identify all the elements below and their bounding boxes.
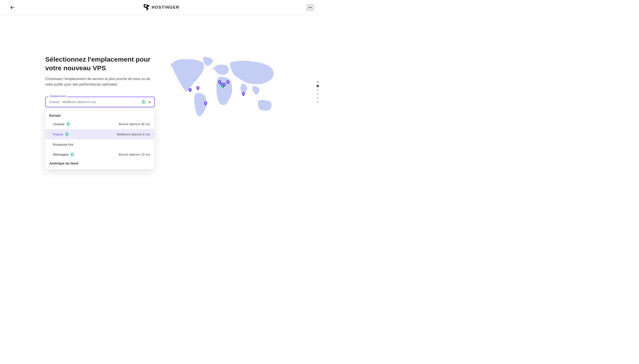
option-latency: Meilleure latence 6 ms	[117, 132, 150, 136]
svg-point-3	[219, 81, 220, 82]
step-dot	[316, 89, 319, 91]
option-name: France	[53, 132, 63, 136]
svg-point-2	[197, 87, 198, 88]
eco-icon	[66, 122, 70, 126]
option-latency: Bonne latence 15 ms	[119, 152, 150, 156]
location-option[interactable]: FranceMeilleure latence 6 ms	[45, 129, 154, 140]
map-pin[interactable]	[242, 92, 245, 96]
svg-point-8	[243, 93, 244, 94]
map-pin[interactable]	[189, 88, 192, 92]
eco-icon	[142, 100, 146, 104]
field-label: Emplacement	[48, 95, 67, 98]
option-name: Royaume-Uni	[53, 142, 73, 146]
svg-point-9	[205, 102, 206, 104]
option-latency: Bonne latence 46 ms	[119, 122, 150, 126]
location-dropdown: EuropeLituanieBonne latence 46 msFranceM…	[45, 108, 154, 169]
page-subtitle: Choisissez l'emplacement de serveur le p…	[45, 76, 152, 87]
map-pin[interactable]	[204, 102, 207, 106]
svg-point-7	[227, 81, 228, 82]
hostinger-logo-icon	[144, 4, 149, 11]
language-code: FR	[309, 6, 312, 9]
step-dot	[316, 101, 319, 103]
svg-point-6	[223, 84, 224, 85]
location-select[interactable]: France - Meilleure latence 6 ms	[45, 97, 155, 107]
world-map	[169, 55, 279, 122]
option-name: Allemagne	[53, 152, 69, 156]
map-pin[interactable]	[196, 86, 199, 90]
chevron-up-icon	[149, 101, 151, 103]
brand-logo: HOSTINGER	[144, 4, 179, 11]
brand-name: HOSTINGER	[152, 5, 179, 10]
option-name: Lituanie	[53, 122, 65, 126]
svg-point-1	[189, 89, 191, 90]
step-dot	[316, 85, 319, 87]
map-pin[interactable]	[226, 80, 229, 84]
location-option[interactable]: AllemagneBonne latence 15 ms	[45, 150, 154, 160]
eco-icon	[70, 152, 74, 156]
location-option[interactable]: LituanieBonne latence 46 ms	[45, 119, 154, 129]
dropdown-group-header: Amérique du Nord	[45, 160, 154, 167]
language-selector[interactable]: FR	[307, 5, 313, 10]
location-selected-value: France - Meilleure latence 6 ms	[49, 100, 96, 104]
step-dot	[316, 97, 319, 99]
step-dot	[316, 81, 319, 83]
eco-icon	[65, 132, 69, 136]
location-option[interactable]: Royaume-Uni	[45, 140, 154, 150]
step-dot	[316, 93, 319, 95]
dropdown-group-header: Europe	[45, 112, 154, 119]
map-pin[interactable]	[222, 83, 226, 87]
step-indicator	[316, 81, 319, 103]
page-title: Sélectionnez l'emplacement pour votre no…	[45, 55, 152, 72]
back-button[interactable]	[10, 5, 15, 10]
